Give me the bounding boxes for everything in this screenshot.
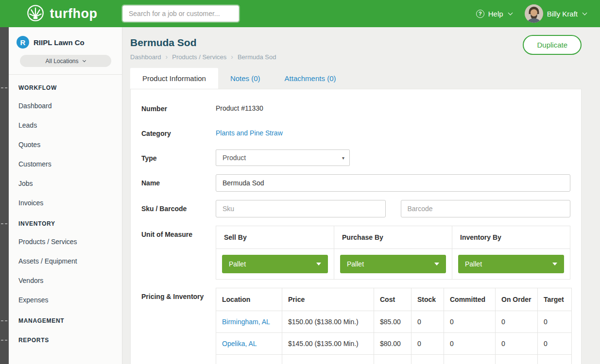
field-label-category: Category xyxy=(141,125,216,138)
sku-input[interactable] xyxy=(216,200,386,217)
table-row: Opelika, AL $145.00 ($135.00 Min.) $80.0… xyxy=(216,333,572,355)
pricing-header-committed: Committed xyxy=(444,288,496,311)
page-title: Bermuda Sod xyxy=(130,37,582,49)
sidebar-item-assets-equipment[interactable]: Assets / Equipment xyxy=(9,251,122,271)
top-bar: turfhop ? Help Billy Kraft xyxy=(0,0,600,27)
company-header: R RIIPL Lawn Co xyxy=(9,27,122,49)
inventory-by-value: Pallet xyxy=(465,260,482,268)
tree-expander-icon xyxy=(1,223,7,224)
sidebar-item-customers[interactable]: Customers xyxy=(9,154,122,174)
uom-header-sell-by: Sell By xyxy=(216,226,334,249)
field-label-pricing-inventory: Pricing & Inventory xyxy=(141,288,216,301)
sell-by-dropdown[interactable]: Pallet xyxy=(222,255,328,273)
pricing-header-target: Target xyxy=(538,288,572,311)
pricing-header-stock: Stock xyxy=(411,288,444,311)
brand-logo[interactable]: turfhop xyxy=(0,4,122,24)
sell-by-value: Pallet xyxy=(229,260,246,268)
pricing-header-location: Location xyxy=(216,288,282,311)
sidebar-item-jobs[interactable]: Jobs xyxy=(9,174,122,193)
tree-expander-icon xyxy=(1,340,7,341)
breadcrumb-separator-icon xyxy=(231,53,233,61)
help-menu[interactable]: ? Help xyxy=(476,10,512,18)
chevron-down-icon xyxy=(82,59,86,62)
breadcrumb-products-services[interactable]: Products / Services xyxy=(172,53,226,61)
uom-header-inventory-by: Inventory By xyxy=(452,226,570,249)
tab-product-information[interactable]: Product Information xyxy=(130,68,218,89)
brand-name: turfhop xyxy=(50,6,98,21)
name-input[interactable] xyxy=(216,174,570,192)
stock-cell: 0 xyxy=(411,311,444,333)
company-logo: R xyxy=(17,36,29,49)
sidebar-section-workflow[interactable]: WORKFLOW xyxy=(9,77,122,96)
sidebar-item-invoices[interactable]: Invoices xyxy=(9,193,122,213)
help-label: Help xyxy=(488,10,503,18)
table-row: Birmingham, AL $150.00 ($138.00 Min.) $8… xyxy=(216,311,572,333)
sidebar-item-products-services[interactable]: Products / Services xyxy=(9,232,122,251)
sidebar-nav: WORKFLOW Dashboard Leads Quotes Customer… xyxy=(9,75,122,348)
location-link-opelika[interactable]: Opelika, AL xyxy=(222,340,257,347)
uom-header-purchase-by: Purchase By xyxy=(334,226,452,249)
locations-dropdown[interactable]: All Locations xyxy=(20,55,111,67)
pricing-inventory-table: Location Price Cost Stock Committed On O… xyxy=(216,288,572,364)
category-link[interactable]: Plants and Pine Straw xyxy=(216,125,283,141)
breadcrumb: Dashboard Products / Services Bermuda So… xyxy=(130,53,582,61)
tab-attachments[interactable]: Attachments (0) xyxy=(273,68,348,89)
section-label: MANAGEMENT xyxy=(18,317,64,324)
breadcrumb-separator-icon xyxy=(166,53,168,61)
user-name: Billy Kraft xyxy=(547,10,578,18)
purchase-by-value: Pallet xyxy=(347,260,364,268)
chevron-down-icon xyxy=(552,263,557,265)
company-name: RIIPL Lawn Co xyxy=(34,38,85,47)
breadcrumb-dashboard[interactable]: Dashboard xyxy=(130,53,161,61)
user-menu[interactable]: Billy Kraft xyxy=(525,4,586,23)
product-information-panel: Number Product #11330 Category Plants an… xyxy=(130,89,582,364)
sidebar-section-inventory[interactable]: INVENTORY xyxy=(9,213,122,232)
barcode-input[interactable] xyxy=(401,200,571,217)
field-label-number: Number xyxy=(141,100,216,114)
pricing-header-cost: Cost xyxy=(374,288,411,311)
stock-cell: 0 xyxy=(411,333,444,355)
type-select[interactable]: Product ▾ xyxy=(216,149,350,166)
chevron-down-icon xyxy=(434,263,439,265)
field-label-name: Name xyxy=(141,174,216,188)
search-input[interactable] xyxy=(122,5,239,22)
sidebar-item-expenses[interactable]: Expenses xyxy=(9,290,122,310)
sidebar-section-reports[interactable]: REPORTS xyxy=(9,329,122,348)
section-label: WORKFLOW xyxy=(18,84,57,91)
chevron-down-icon: ▾ xyxy=(342,155,344,161)
chevron-down-icon xyxy=(508,10,513,15)
tree-expander-icon xyxy=(1,320,7,321)
inventory-by-dropdown[interactable]: Pallet xyxy=(458,255,564,273)
committed-cell: 0 xyxy=(444,311,496,333)
purchase-by-dropdown[interactable]: Pallet xyxy=(340,255,446,273)
pricing-header-price: Price xyxy=(282,288,374,311)
field-label-sku-barcode: Sku / Barcode xyxy=(141,200,216,214)
committed-cell: 0 xyxy=(444,333,496,355)
location-link-birmingham[interactable]: Birmingham, AL xyxy=(222,318,270,326)
target-cell: 0 xyxy=(538,333,572,355)
cost-cell: $85.00 xyxy=(374,311,411,333)
product-number-value: Product #11330 xyxy=(216,100,570,116)
field-label-unit-of-measure: Unit of Measure xyxy=(141,226,216,239)
duplicate-button[interactable]: Duplicate xyxy=(523,35,582,55)
user-avatar xyxy=(525,4,543,23)
sidebar-item-dashboard[interactable]: Dashboard xyxy=(9,96,122,116)
chevron-down-icon xyxy=(583,10,587,15)
price-cell: $145.00 ($135.00 Min.) xyxy=(282,333,374,355)
chevron-down-icon xyxy=(316,263,321,265)
unit-of-measure-table: Sell By Purchase By Inventory By Pallet … xyxy=(216,226,570,280)
type-select-value: Product xyxy=(223,154,246,162)
tree-expander-icon xyxy=(1,87,7,88)
tab-notes[interactable]: Notes (0) xyxy=(218,68,273,89)
breadcrumb-current: Bermuda Sod xyxy=(238,53,276,61)
sidebar-item-leads[interactable]: Leads xyxy=(9,116,122,135)
locations-label: All Locations xyxy=(45,58,78,65)
help-icon: ? xyxy=(476,10,484,18)
sidebar-section-management[interactable]: MANAGEMENT xyxy=(9,310,122,329)
sidebar-item-quotes[interactable]: Quotes xyxy=(9,135,122,154)
on-order-cell: 0 xyxy=(496,311,538,333)
price-cell: $150.00 ($138.00 Min.) xyxy=(282,311,374,333)
sidebar-item-vendors[interactable]: Vendors xyxy=(9,271,122,290)
cost-cell: $80.00 xyxy=(374,333,411,355)
table-row-partial xyxy=(216,355,572,364)
